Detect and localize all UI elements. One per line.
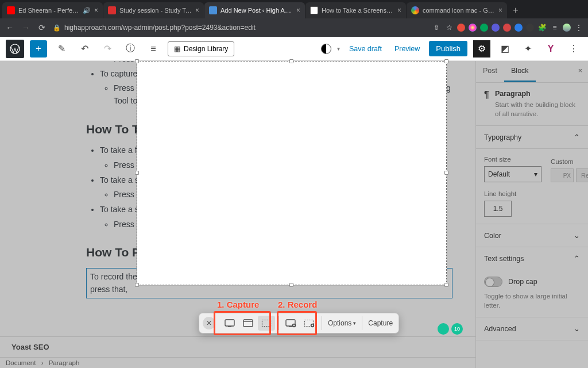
resize-handle[interactable] (444, 283, 448, 287)
google-icon (411, 6, 419, 14)
grammarly-count[interactable]: 10 (451, 323, 463, 335)
options-menu[interactable]: Options▾ (322, 319, 362, 327)
tab-post[interactable]: Post (476, 61, 504, 82)
info-button[interactable]: ⓘ (122, 40, 139, 57)
reading-list-icon[interactable]: ≡ (550, 23, 559, 32)
text-settings-header[interactable]: Text settings⌃ (476, 247, 588, 270)
outline-button[interactable]: ≡ (145, 40, 162, 57)
drop-cap-toggle[interactable] (484, 277, 502, 287)
text: Press (114, 190, 137, 199)
typography-controls: Font size Default▾ Custom PX Reset Line … (476, 149, 588, 224)
back-button[interactable]: ← (5, 23, 15, 32)
jetpack-icon[interactable]: ✦ (519, 40, 536, 57)
add-block-button[interactable]: ＋ (30, 40, 47, 57)
grammarly-icon[interactable] (438, 323, 449, 335)
custom-label: Custom (551, 158, 588, 165)
close-icon[interactable]: × (296, 6, 300, 14)
chevron-down-icon[interactable]: ▾ (337, 45, 340, 52)
undo-button[interactable]: ↶ (76, 40, 93, 57)
close-icon[interactable]: × (498, 6, 502, 14)
editor-toolbar: ＋ ✎ ↶ ↷ ⓘ ≡ ▦ Design Library ▾ Save draf… (0, 37, 588, 61)
share-icon[interactable]: ⇧ (432, 23, 441, 32)
block-name: Paragraph (495, 90, 580, 98)
close-icon[interactable]: × (94, 6, 98, 14)
resize-handle[interactable] (135, 171, 139, 175)
browser-tab-active[interactable]: Add New Post ‹ High Approach × (204, 2, 305, 18)
svg-rect-5 (262, 320, 271, 327)
ext-icon[interactable] (480, 24, 488, 32)
mac-screenshot-toolbar[interactable]: ✕ Options▾ Capture (199, 313, 399, 334)
svg-rect-7 (289, 326, 292, 327)
more-menu-button[interactable]: ⋮ (565, 40, 582, 57)
record-selection-button[interactable] (301, 316, 318, 331)
breadcrumb-item[interactable]: Paragraph (49, 359, 80, 366)
resize-handle[interactable] (135, 59, 139, 63)
ext-icon[interactable] (457, 24, 465, 32)
close-icon[interactable]: × (195, 6, 199, 14)
reload-button[interactable]: ⟳ (37, 23, 47, 32)
block-breadcrumb[interactable]: Document › Paragraph (0, 357, 475, 368)
breadcrumb-item[interactable]: Document (6, 359, 36, 366)
tab-block[interactable]: Block (504, 61, 536, 82)
browser-tab[interactable]: How to Take a Screenshot on A × (305, 2, 406, 18)
star-icon[interactable]: ☆ (444, 23, 454, 32)
advanced-section-header[interactable]: Advanced⌄ (476, 317, 588, 340)
resize-handle[interactable] (444, 59, 448, 63)
close-sidebar-button[interactable]: × (572, 61, 588, 82)
browser-tab[interactable]: command icon mac - Google S × (407, 2, 507, 18)
extensions-icon[interactable]: 🧩 (537, 23, 547, 32)
svg-point-9 (293, 324, 295, 326)
font-size-label: Font size (484, 156, 541, 163)
font-size-select[interactable]: Default▾ (484, 166, 541, 182)
browser-tab[interactable]: Study session - Study Tog × (103, 2, 204, 18)
grammarly-widget[interactable]: 10 (438, 323, 463, 335)
resize-handle[interactable] (135, 283, 139, 287)
svg-rect-1 (225, 320, 234, 326)
edit-mode-button[interactable]: ✎ (53, 40, 70, 57)
svg-rect-3 (243, 320, 253, 327)
chevron-down-icon: ▾ (534, 170, 537, 178)
capture-selection-button[interactable] (258, 316, 275, 331)
capture-button[interactable]: Capture (362, 319, 399, 327)
avatar-icon[interactable] (563, 24, 571, 32)
menu-icon[interactable]: ⋮ (574, 23, 583, 32)
ext-icon[interactable] (514, 24, 523, 32)
address-bar[interactable]: 🔒 highapproach.com/wp-admin/post.php?pos… (53, 24, 426, 32)
record-entire-screen-button[interactable] (283, 316, 300, 331)
line-height-input[interactable]: 1.5 (484, 201, 512, 217)
resize-handle[interactable] (289, 59, 293, 63)
save-draft-button[interactable]: Save draft (346, 43, 385, 55)
typography-section-header[interactable]: Typography⌃ (476, 126, 588, 149)
publish-button[interactable]: Publish (429, 41, 467, 56)
close-toolbar-button[interactable]: ✕ (203, 317, 215, 329)
ext-icon[interactable] (503, 24, 511, 32)
new-tab-button[interactable]: + (508, 2, 524, 18)
ext-icon[interactable] (526, 24, 534, 32)
custom-size-input[interactable]: PX (551, 168, 574, 182)
forward-button[interactable]: → (21, 23, 31, 32)
preview-button[interactable]: Preview (391, 43, 423, 55)
color-section-header[interactable]: Color⌄ (476, 224, 588, 247)
screenshot-selection[interactable] (137, 61, 447, 285)
svg-point-12 (312, 324, 314, 326)
editor-workspace: Press Alt+Print Screen together. To capt… (0, 61, 588, 368)
design-library-button[interactable]: ▦ Design Library (168, 41, 234, 56)
ext-icon[interactable] (492, 24, 500, 32)
settings-button[interactable]: ⚙ (473, 40, 490, 57)
capture-window-button[interactable] (239, 316, 257, 331)
capture-entire-screen-button[interactable] (221, 316, 238, 331)
kadence-icon[interactable]: ◩ (496, 40, 513, 57)
svg-rect-2 (228, 326, 231, 327)
browser-tab[interactable]: Ed Sheeran - Perfect (Offic 🔊 × (2, 2, 103, 18)
resize-handle[interactable] (289, 283, 293, 287)
reset-button[interactable]: Reset (576, 168, 588, 182)
resize-handle[interactable] (444, 171, 448, 175)
chevron-down-icon: ▾ (353, 320, 356, 326)
view-switch-icon[interactable] (321, 44, 331, 54)
audio-icon[interactable]: 🔊 (83, 7, 91, 14)
yoast-icon[interactable]: Y (542, 40, 559, 57)
wordpress-logo-icon[interactable] (6, 40, 24, 58)
close-icon[interactable]: × (397, 6, 401, 14)
redo-button[interactable]: ↷ (99, 40, 116, 57)
ext-icon[interactable] (469, 24, 477, 32)
